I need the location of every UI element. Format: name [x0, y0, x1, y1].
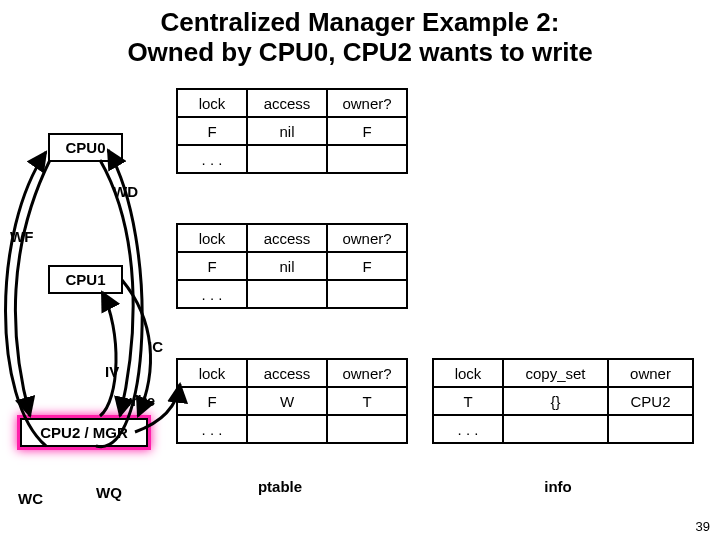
cpu1-h-owner: owner?: [327, 224, 407, 252]
msg-IC: IC: [148, 338, 163, 355]
cpu0-access: nil: [247, 117, 327, 145]
info-h-lock: lock: [433, 359, 503, 387]
msg-write: write: [120, 392, 155, 409]
info-lock: T: [433, 387, 503, 415]
cpu1-box: CPU1: [48, 265, 123, 294]
arrow-IV: [100, 292, 116, 416]
msg-WD: WD: [113, 183, 138, 200]
arrow-WC: [6, 152, 47, 446]
cpu1-lock: F: [177, 252, 247, 280]
info-h-copyset: copy_set: [503, 359, 608, 387]
arrow-WF: [15, 160, 50, 416]
title-line1: Centralized Manager Example 2:: [161, 7, 560, 37]
cpu0-h-lock: lock: [177, 89, 247, 117]
info-table: lock copy_set owner T {} CPU2 . . .: [432, 358, 694, 444]
cpu1-table: lock access owner? F nil F . . .: [176, 223, 408, 309]
slide-title: Centralized Manager Example 2: Owned by …: [0, 8, 720, 68]
cpu2-ellipsis: . . .: [177, 415, 247, 443]
cpu1-ellipsis: . . .: [177, 280, 247, 308]
cpu1-h-lock: lock: [177, 224, 247, 252]
info-copyset: {}: [503, 387, 608, 415]
msg-WF: WF: [10, 228, 33, 245]
cpu0-owner: F: [327, 117, 407, 145]
info-caption: info: [518, 478, 598, 495]
msg-IV: IV: [105, 363, 119, 380]
info-owner: CPU2: [608, 387, 693, 415]
cpu1-access: nil: [247, 252, 327, 280]
cpu2-access: W: [247, 387, 327, 415]
info-h-owner: owner: [608, 359, 693, 387]
cpu0-h-access: access: [247, 89, 327, 117]
info-ellipsis: . . .: [433, 415, 503, 443]
cpu0-ellipsis: . . .: [177, 145, 247, 173]
msg-WQ: WQ: [96, 484, 122, 501]
cpu2-h-access: access: [247, 359, 327, 387]
cpu2-table: lock access owner? F W T . . .: [176, 358, 408, 444]
cpu2-mgr-box: CPU2 / MGR: [20, 418, 148, 447]
cpu0-box: CPU0: [48, 133, 123, 162]
cpu2-h-lock: lock: [177, 359, 247, 387]
cpu0-lock: F: [177, 117, 247, 145]
cpu0-h-owner: owner?: [327, 89, 407, 117]
ptable-caption: ptable: [230, 478, 330, 495]
cpu1-h-access: access: [247, 224, 327, 252]
slide-number: 39: [696, 519, 710, 534]
cpu0-table: lock access owner? F nil F . . .: [176, 88, 408, 174]
cpu1-owner: F: [327, 252, 407, 280]
cpu2-h-owner: owner?: [327, 359, 407, 387]
cpu2-owner: T: [327, 387, 407, 415]
cpu2-lock: F: [177, 387, 247, 415]
title-line2: Owned by CPU0, CPU2 wants to write: [127, 37, 592, 67]
msg-WC: WC: [18, 490, 43, 507]
